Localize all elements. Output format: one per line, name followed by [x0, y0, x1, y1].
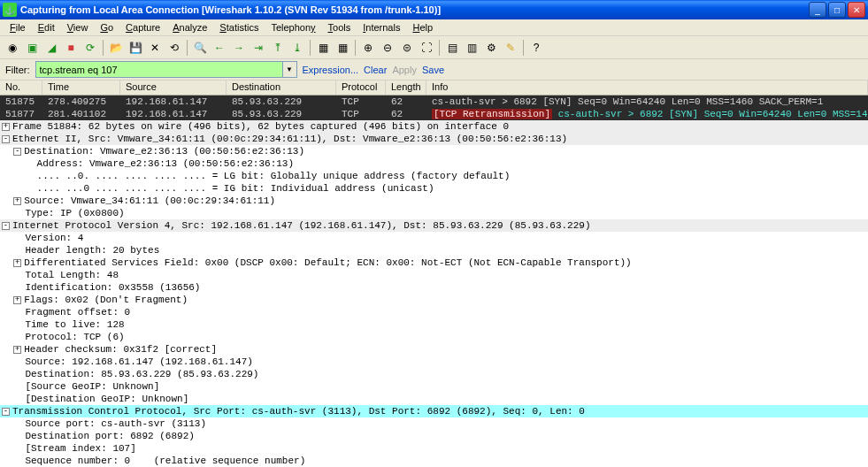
save-icon[interactable]: 💾	[127, 39, 144, 57]
stop-icon[interactable]: ■	[62, 39, 80, 57]
detail-line[interactable]: Header length: 20 bytes	[0, 244, 868, 256]
packet-list: 51875 278.409275 192.168.61.147 85.93.63…	[0, 96, 868, 120]
detail-line[interactable]: Version: 4	[0, 232, 868, 244]
col-protocol[interactable]: Protocol	[336, 80, 386, 95]
col-no[interactable]: No.	[0, 80, 42, 95]
detail-line[interactable]: Source: 192.168.61.147 (192.168.61.147)	[0, 356, 868, 368]
col-length[interactable]: Length	[386, 80, 426, 95]
menu-tools[interactable]: Tools	[322, 20, 357, 34]
eth-line[interactable]: -Ethernet II, Src: Vmware_34:61:11 (00:0…	[0, 133, 868, 145]
detail-line[interactable]: +Flags: 0x02 (Don't Fragment)	[0, 294, 868, 306]
collapse-icon[interactable]: -	[2, 222, 10, 230]
prefs-icon[interactable]: ⚙	[482, 39, 500, 57]
detail-line[interactable]: Protocol: TCP (6)	[0, 331, 868, 343]
detail-line[interactable]: +Differentiated Services Field: 0x00 (DS…	[0, 256, 868, 269]
menu-help[interactable]: Help	[406, 20, 439, 34]
detail-line[interactable]: Time to live: 128	[0, 318, 868, 331]
reload-icon[interactable]: ⟲	[165, 39, 183, 57]
menu-telephony[interactable]: Telephony	[265, 20, 321, 34]
ip-line[interactable]: -Internet Protocol Version 4, Src: 192.1…	[0, 219, 868, 232]
back-icon[interactable]: ←	[211, 39, 228, 57]
clear-link[interactable]: Clear	[364, 65, 387, 75]
detail-line[interactable]: Source port: cs-auth-svr (3113)	[0, 417, 868, 430]
separator	[523, 40, 524, 56]
detail-line[interactable]: .... ...0 .... .... .... .... = IG bit: …	[0, 182, 868, 195]
window-controls: _ □ ✕	[809, 2, 865, 18]
col-destination[interactable]: Destination	[227, 80, 336, 95]
menu-go[interactable]: Go	[94, 20, 119, 34]
expand-icon[interactable]: +	[13, 259, 21, 267]
frame-line[interactable]: +Frame 51884: 62 bytes on wire (496 bits…	[0, 120, 868, 133]
notes-icon[interactable]: ✎	[502, 39, 519, 57]
start-icon[interactable]: ◢	[42, 39, 60, 57]
detail-line[interactable]: Fragment offset: 0	[0, 306, 868, 318]
expression-link[interactable]: Expression...	[303, 65, 359, 75]
zoom-out-icon[interactable]: ⊖	[379, 39, 396, 57]
goto-icon[interactable]: ⇥	[250, 39, 267, 57]
menu-analyze[interactable]: Analyze	[166, 20, 213, 34]
last-icon[interactable]: ⤓	[288, 39, 306, 57]
resize-cols-icon[interactable]: ⛶	[418, 39, 435, 57]
coloring-icon[interactable]: ▥	[463, 39, 480, 57]
colorize-icon[interactable]: ▦	[314, 39, 332, 57]
packet-row[interactable]: 51877 281.401102 192.168.61.147 85.93.63…	[0, 108, 868, 120]
expand-icon[interactable]: +	[13, 346, 21, 354]
filters-icon[interactable]: ▤	[443, 39, 461, 57]
close-file-icon[interactable]: ✕	[146, 39, 164, 57]
open-icon[interactable]: 📂	[107, 39, 125, 57]
tcp-line[interactable]: -Transmission Control Protocol, Src Port…	[0, 405, 868, 417]
autoscroll-icon[interactable]: ▦	[334, 39, 351, 57]
interfaces-icon[interactable]: ◉	[4, 39, 21, 57]
expand-icon[interactable]: +	[13, 296, 21, 304]
detail-line[interactable]: Identification: 0x3558 (13656)	[0, 281, 868, 294]
forward-icon[interactable]: →	[230, 39, 248, 57]
detail-line[interactable]: Sequence number: 0 (relative sequence nu…	[0, 455, 868, 467]
collapse-icon[interactable]: -	[2, 408, 10, 416]
minimize-button[interactable]: _	[809, 2, 826, 18]
detail-line[interactable]: [Stream index: 107]	[0, 442, 868, 455]
maximize-button[interactable]: □	[828, 2, 846, 18]
detail-line[interactable]: [Destination GeoIP: Unknown]	[0, 393, 868, 405]
separator	[103, 40, 104, 56]
menu-view[interactable]: View	[61, 20, 95, 34]
col-source[interactable]: Source	[120, 80, 227, 95]
close-button[interactable]: ✕	[848, 2, 865, 18]
detail-line[interactable]: Type: IP (0x0800)	[0, 207, 868, 219]
collapse-icon[interactable]: -	[2, 135, 10, 143]
restart-icon[interactable]: ⟳	[81, 39, 99, 57]
expand-icon[interactable]: +	[2, 123, 10, 131]
filter-dropdown-icon[interactable]: ▼	[283, 61, 297, 78]
col-info[interactable]: Info	[426, 80, 868, 95]
detail-line[interactable]: -Destination: Vmware_e2:36:13 (00:50:56:…	[0, 145, 868, 157]
menu-file[interactable]: File	[4, 20, 32, 34]
first-icon[interactable]: ⤒	[269, 39, 287, 57]
options-icon[interactable]: ▣	[23, 39, 41, 57]
save-link[interactable]: Save	[422, 65, 444, 75]
packet-row[interactable]: 51875 278.409275 192.168.61.147 85.93.63…	[0, 96, 868, 108]
detail-line[interactable]: .... ..0. .... .... .... .... = LG bit: …	[0, 170, 868, 182]
detail-line[interactable]: [Source GeoIP: Unknown]	[0, 380, 868, 393]
detail-line[interactable]: Destination port: 6892 (6892)	[0, 430, 868, 442]
detail-line[interactable]: +Source: Vmware_34:61:11 (00:0c:29:34:61…	[0, 195, 868, 207]
help-icon[interactable]: ?	[527, 39, 545, 57]
detail-line[interactable]: Total Length: 48	[0, 269, 868, 281]
menu-capture[interactable]: Capture	[119, 20, 166, 34]
filter-input[interactable]	[35, 61, 283, 78]
col-time[interactable]: Time	[42, 80, 120, 95]
menu-edit[interactable]: Edit	[32, 20, 61, 34]
detail-line[interactable]: +Header checksum: 0x31f2 [correct]	[0, 343, 868, 356]
find-icon[interactable]: 🔍	[191, 39, 209, 57]
filter-label: Filter:	[5, 65, 30, 75]
expand-icon[interactable]: +	[13, 197, 21, 205]
menu-statistics[interactable]: Statistics	[213, 20, 265, 34]
filterbar: Filter: ▼ Expression... Clear Apply Save	[0, 59, 868, 80]
zoom-reset-icon[interactable]: ⊜	[398, 39, 416, 57]
detail-line[interactable]: Address: Vmware_e2:36:13 (00:50:56:e2:36…	[0, 157, 868, 170]
apply-link[interactable]: Apply	[392, 65, 417, 75]
zoom-in-icon[interactable]: ⊕	[359, 39, 377, 57]
menu-internals[interactable]: Internals	[357, 20, 406, 34]
collapse-icon[interactable]: -	[13, 148, 21, 156]
toolbar: ◉ ▣ ◢ ■ ⟳ 📂 💾 ✕ ⟲ 🔍 ← → ⇥ ⤒ ⤓ ▦ ▦ ⊕ ⊖ ⊜ …	[0, 36, 868, 59]
separator	[355, 40, 356, 56]
detail-line[interactable]: Destination: 85.93.63.229 (85.93.63.229)	[0, 368, 868, 380]
